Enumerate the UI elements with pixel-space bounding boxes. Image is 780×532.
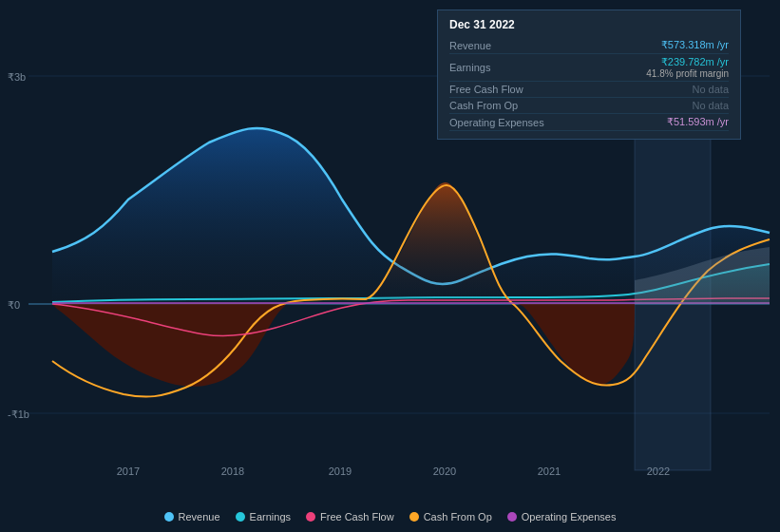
info-date: Dec 31 2022 [449,18,729,31]
legend-dot-cfo [409,512,419,522]
y-label-3b: ₹3b [8,71,26,83]
legend-item-opex[interactable]: Operating Expenses [507,511,617,522]
x-label-2020: 2020 [433,466,456,477]
info-row-opex: Operating Expenses ₹51.593m /yr [449,114,729,131]
legend-dot-opex [507,512,517,522]
legend-label-earnings: Earnings [250,511,291,522]
legend-label-cfo: Cash From Op [424,511,492,522]
info-value-earnings: ₹239.782m /yr [661,56,729,68]
info-label-cfo: Cash From Op [449,100,563,111]
info-row-fcf: Free Cash Flow No data [449,82,729,98]
y-label-0: ₹0 [8,299,20,311]
legend-item-revenue[interactable]: Revenue [164,511,220,522]
legend-label-revenue: Revenue [179,511,220,522]
info-value-opex: ₹51.593m /yr [667,116,729,128]
y-label-neg1b: -₹1b [8,408,29,420]
legend-dot-fcf [306,512,315,522]
legend-dot-earnings [236,512,245,522]
legend-dot-revenue [164,512,174,522]
info-value-cfo: No data [692,100,729,111]
info-label-fcf: Free Cash Flow [449,84,563,95]
info-row-earnings: Earnings ₹239.782m /yr 41.8% profit marg… [449,54,729,82]
chart-container: ₹3b ₹0 -₹1b 2017 2018 2019 2020 2021 202… [0,0,780,532]
legend-label-fcf: Free Cash Flow [320,511,394,522]
x-label-2022: 2022 [647,466,670,477]
info-label-earnings: Earnings [449,62,563,73]
x-label-2017: 2017 [117,466,140,477]
legend-item-cfo[interactable]: Cash From Op [409,511,492,522]
x-label-2021: 2021 [538,466,561,477]
x-label-2018: 2018 [221,466,244,477]
legend-item-earnings[interactable]: Earnings [236,511,291,522]
legend: Revenue Earnings Free Cash Flow Cash Fro… [0,511,780,522]
info-value-margin: 41.8% profit margin [646,68,729,79]
info-value-fcf: No data [692,84,729,95]
info-box: Dec 31 2022 Revenue ₹573.318m /yr Earnin… [437,10,741,140]
x-label-2019: 2019 [329,466,352,477]
info-value-revenue: ₹573.318m /yr [661,39,729,51]
legend-label-opex: Operating Expenses [522,511,617,522]
info-row-cfo: Cash From Op No data [449,98,729,114]
info-row-revenue: Revenue ₹573.318m /yr [449,37,729,54]
info-label-revenue: Revenue [449,40,563,51]
legend-item-fcf[interactable]: Free Cash Flow [306,511,394,522]
info-label-opex: Operating Expenses [449,117,563,128]
